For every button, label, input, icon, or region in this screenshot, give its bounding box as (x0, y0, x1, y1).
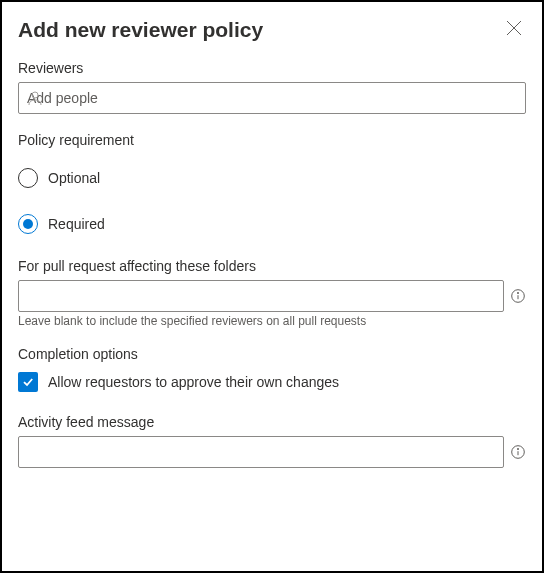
radio-optional-label: Optional (48, 170, 100, 186)
paths-input[interactable] (18, 280, 504, 312)
completion-label: Completion options (18, 346, 526, 362)
info-icon[interactable] (510, 444, 526, 460)
radio-icon (18, 168, 38, 188)
activity-label: Activity feed message (18, 414, 526, 430)
policy-requirement-group: Optional Required (18, 168, 526, 234)
checkbox-icon (18, 372, 38, 392)
svg-point-0 (32, 92, 38, 98)
radio-required-label: Required (48, 216, 105, 232)
reviewers-input[interactable] (18, 82, 526, 114)
dialog-title: Add new reviewer policy (18, 18, 263, 42)
policy-requirement-label: Policy requirement (18, 132, 526, 148)
checkbox-allow-self-approve-label: Allow requestors to approve their own ch… (48, 374, 339, 390)
paths-label: For pull request affecting these folders (18, 258, 526, 274)
radio-icon (18, 214, 38, 234)
close-icon (506, 20, 522, 40)
svg-point-2 (517, 292, 518, 293)
close-button[interactable] (502, 18, 526, 42)
info-icon[interactable] (510, 288, 526, 304)
checkbox-allow-self-approve[interactable]: Allow requestors to approve their own ch… (18, 372, 526, 392)
reviewers-label: Reviewers (18, 60, 526, 76)
activity-input[interactable] (18, 436, 504, 468)
svg-point-4 (517, 448, 518, 449)
radio-required[interactable]: Required (18, 214, 526, 234)
paths-hint: Leave blank to include the specified rev… (18, 314, 526, 328)
person-icon (26, 89, 44, 107)
radio-optional[interactable]: Optional (18, 168, 526, 188)
